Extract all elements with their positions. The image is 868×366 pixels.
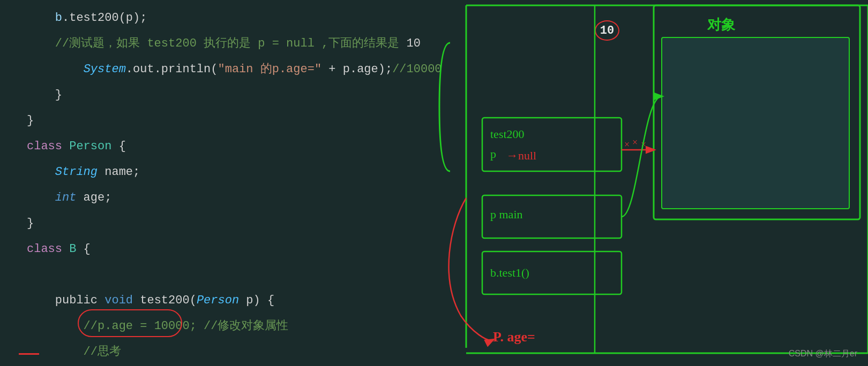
svg-text:×: ×	[641, 139, 646, 150]
code-token: //测试题，如果 test200 执行的是 p = null ,下面的结果是	[27, 31, 406, 57]
circle-10-annotation: 10	[595, 20, 619, 41]
code-token: //思考	[27, 339, 121, 365]
svg-text:test200: test200	[490, 127, 525, 141]
code-token: Person	[197, 288, 239, 314]
code-token: //p.age = 10000; //修改对象属性	[27, 314, 288, 339]
code-line-6: class Person {	[5, 134, 429, 159]
code-line-8: int age;	[5, 185, 429, 211]
svg-rect-8	[482, 195, 622, 238]
code-token: class	[27, 237, 69, 262]
code-line-5: }	[5, 108, 429, 134]
code-line-14: //思考	[5, 339, 429, 365]
red-underline-annotation	[19, 353, 39, 355]
code-token	[27, 57, 84, 82]
svg-rect-4	[482, 118, 622, 171]
svg-rect-10	[482, 251, 622, 294]
code-line-12: public void test200(Person p) {	[5, 288, 429, 314]
code-line-10: class B {	[5, 237, 429, 262]
code-token: "main 的p.age="	[218, 57, 321, 82]
code-token: System	[84, 57, 126, 82]
svg-text:对象: 对象	[707, 17, 736, 33]
code-token: name;	[98, 159, 140, 185]
code-token: {	[111, 134, 125, 159]
code-token: class	[27, 134, 69, 159]
code-token: String	[55, 159, 98, 185]
code-line-9: }	[5, 211, 429, 237]
svg-text:p: p	[490, 147, 496, 161]
code-token: public	[27, 288, 104, 314]
code-line-4: }	[5, 82, 429, 108]
code-area: b.test200(p); //测试题，如果 test200 执行的是 p = …	[0, 0, 429, 366]
svg-text:×: ×	[624, 139, 630, 150]
code-token: test200(	[133, 288, 197, 314]
svg-rect-2	[662, 37, 849, 209]
svg-text:→null: →null	[506, 149, 536, 162]
code-token: age;	[76, 185, 111, 211]
code-token: .out.println(	[126, 57, 218, 82]
code-token: .test200(p);	[62, 5, 147, 31]
svg-text:p     main: p main	[490, 208, 523, 221]
code-line-3: System.out.println("main 的p.age=" + p.ag…	[5, 57, 429, 82]
code-line-2: //测试题，如果 test200 执行的是 p = null ,下面的结果是 1…	[5, 31, 429, 57]
watermark: CSDN @林二月er	[789, 348, 857, 360]
code-token: + p.age);//10000	[321, 57, 442, 82]
code-token: B	[69, 237, 76, 262]
code-line-1: b.test200(p);	[5, 5, 429, 31]
code-token: int	[55, 185, 77, 211]
svg-text:×: ×	[632, 137, 638, 148]
code-line-11	[5, 262, 429, 288]
code-line-13: //p.age = 10000; //修改对象属性	[5, 314, 429, 339]
code-token	[27, 159, 55, 185]
svg-text:b.test1(): b.test1()	[490, 266, 529, 279]
code-token: Person	[69, 134, 111, 159]
code-token: void	[104, 288, 133, 314]
code-token: p) {	[239, 288, 274, 314]
svg-rect-0	[654, 5, 860, 219]
code-token: }	[27, 82, 62, 108]
code-token: }	[27, 211, 34, 237]
code-token: {	[76, 237, 90, 262]
code-line-7: String name;	[5, 159, 429, 185]
code-token: 10	[406, 31, 420, 57]
code-token	[27, 185, 55, 211]
svg-text:P. age=: P. age=	[493, 329, 535, 345]
code-token: b	[27, 5, 62, 31]
code-token: }	[27, 108, 34, 134]
